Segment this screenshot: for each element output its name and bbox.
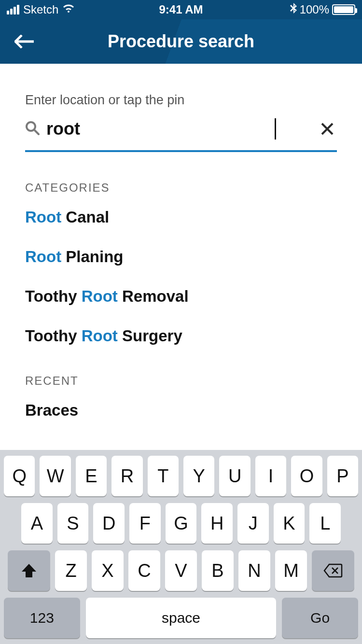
- svg-point-0: [27, 122, 35, 131]
- keyboard-row-3: Z X C V B N M: [4, 550, 358, 591]
- page-title: Procedure search: [0, 31, 362, 52]
- category-item[interactable]: Toothy Root Removal: [25, 287, 337, 306]
- nav-header: Procedure search: [0, 19, 362, 64]
- key-m[interactable]: M: [275, 550, 307, 591]
- result-text: Surgery: [118, 327, 182, 345]
- clear-button[interactable]: [318, 119, 337, 139]
- key-q[interactable]: Q: [4, 456, 35, 496]
- key-y[interactable]: Y: [183, 456, 214, 496]
- key-k[interactable]: K: [274, 503, 305, 544]
- key-x[interactable]: X: [92, 550, 124, 591]
- carrier-label: Sketch: [23, 3, 58, 16]
- keyboard-row-1: Q W E R T Y U I O P: [4, 456, 358, 496]
- highlight: Root: [25, 208, 61, 226]
- search-icon: [25, 121, 40, 137]
- status-bar: Sketch 9:41 AM 100%: [0, 0, 362, 19]
- category-item[interactable]: Toothy Root Surgery: [25, 327, 337, 345]
- category-item[interactable]: Root Planing: [25, 248, 337, 266]
- status-time: 9:41 AM: [159, 3, 203, 16]
- key-j[interactable]: J: [237, 503, 269, 544]
- recent-header: RECENT: [25, 374, 337, 388]
- key-go[interactable]: Go: [282, 598, 358, 638]
- keyboard-row-4: 123 space Go: [4, 598, 358, 638]
- search-row: [25, 113, 337, 152]
- signal-icon: [7, 5, 19, 14]
- key-p[interactable]: P: [327, 456, 358, 496]
- key-s[interactable]: S: [57, 503, 89, 544]
- content: Enter location or tap the pin CATEGORIES…: [0, 64, 362, 420]
- key-t[interactable]: T: [148, 456, 179, 496]
- key-e[interactable]: E: [76, 456, 107, 496]
- key-o[interactable]: O: [291, 456, 322, 496]
- key-123[interactable]: 123: [4, 598, 80, 638]
- text-cursor: [275, 118, 276, 140]
- key-b[interactable]: B: [202, 550, 234, 591]
- key-n[interactable]: N: [238, 550, 270, 591]
- result-text: Canal: [61, 208, 109, 226]
- key-i[interactable]: I: [255, 456, 286, 496]
- battery-icon: [332, 4, 355, 15]
- category-item[interactable]: Root Canal: [25, 208, 337, 226]
- result-text: Toothy: [25, 327, 82, 345]
- key-c[interactable]: C: [128, 550, 160, 591]
- search-label: Enter location or tap the pin: [25, 93, 337, 108]
- battery-pct: 100%: [300, 3, 329, 16]
- result-text: Removal: [118, 287, 189, 305]
- search-input[interactable]: [46, 119, 271, 139]
- categories-header: CATEGORIES: [25, 181, 337, 195]
- svg-line-1: [35, 130, 39, 134]
- key-f[interactable]: F: [129, 503, 161, 544]
- key-u[interactable]: U: [219, 456, 250, 496]
- key-a[interactable]: A: [21, 503, 53, 544]
- recent-item[interactable]: Braces: [25, 401, 337, 420]
- key-l[interactable]: L: [309, 503, 341, 544]
- bluetooth-icon: [290, 3, 297, 16]
- status-right: 100%: [203, 3, 355, 16]
- key-shift[interactable]: [8, 550, 50, 591]
- highlight: Root: [25, 248, 61, 266]
- status-left: Sketch: [7, 3, 159, 16]
- highlight: Root: [82, 287, 118, 305]
- wifi-icon: [62, 3, 75, 16]
- key-backspace[interactable]: [312, 550, 354, 591]
- key-r[interactable]: R: [111, 456, 142, 496]
- result-text: Braces: [25, 401, 78, 419]
- key-w[interactable]: W: [40, 456, 70, 496]
- key-g[interactable]: G: [166, 503, 197, 544]
- key-space[interactable]: space: [86, 598, 276, 638]
- highlight: Root: [82, 327, 118, 345]
- keyboard-row-2: A S D F G H J K L: [4, 503, 358, 544]
- key-h[interactable]: H: [201, 503, 233, 544]
- key-v[interactable]: V: [165, 550, 197, 591]
- key-z[interactable]: Z: [55, 550, 87, 591]
- keyboard: Q W E R T Y U I O P A S D F G H J K L Z …: [0, 450, 362, 644]
- result-text: Toothy: [25, 287, 82, 305]
- key-d[interactable]: D: [93, 503, 125, 544]
- back-button[interactable]: [14, 32, 34, 51]
- result-text: Planing: [61, 248, 123, 266]
